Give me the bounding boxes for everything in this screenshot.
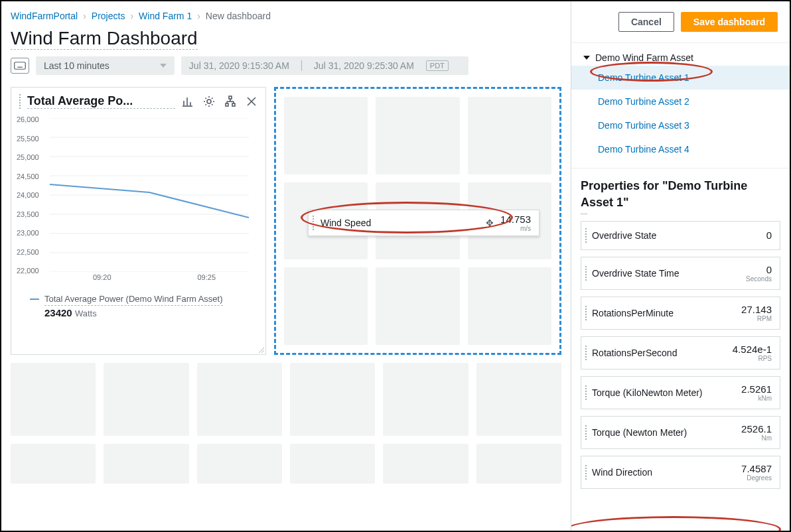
property-name: Torque (Newton Meter) (592, 427, 736, 438)
drag-handle-icon[interactable] (585, 346, 587, 360)
line-chart: 26,000 25,500 25,000 24,500 24,000 23,50… (11, 115, 265, 288)
grid-cell[interactable] (290, 363, 375, 436)
grid-cell[interactable] (468, 267, 551, 345)
properties-panel: Properties for "Demo Turbine Asset 1" Ov… (571, 168, 790, 531)
property-row[interactable]: Overdrive State Time0Seconds (581, 257, 780, 290)
property-row[interactable]: Wind Direction7.4587Degrees (581, 456, 780, 489)
annotation-circle (571, 516, 781, 531)
svg-rect-13 (232, 103, 235, 106)
grid-cell[interactable] (383, 363, 468, 436)
tree-root[interactable]: Demo Wind Farm Asset (571, 50, 790, 66)
range-absolute[interactable]: Jul 31, 2020 9:15:30 AM Jul 31, 2020 9:2… (181, 56, 468, 75)
breadcrumb-link[interactable]: WindFarmPortal (11, 11, 78, 21)
grid-cell[interactable] (383, 444, 468, 484)
property-unit: RPM (741, 316, 772, 322)
drag-handle-icon[interactable] (585, 425, 587, 440)
tree-root-label: Demo Wind Farm Asset (595, 52, 693, 63)
grid-cell[interactable] (476, 363, 561, 436)
property-value: 27.143 (741, 304, 772, 315)
page-title[interactable]: Wind Farm Dashboard (11, 28, 198, 50)
property-unit: Degrees (741, 475, 772, 482)
breadcrumb-link[interactable]: Wind Farm 1 (139, 11, 192, 21)
breadcrumb-link[interactable]: Projects (92, 11, 125, 21)
keyboard-icon[interactable] (11, 58, 29, 74)
drag-prop-value: 14.753 (500, 214, 531, 225)
property-row[interactable]: Torque (KiloNewton Meter)2.5261kNm (581, 376, 780, 409)
property-name: Overdrive State (592, 230, 761, 241)
dragging-property-chip[interactable]: Wind Speed ✥ 14.753m/s (308, 210, 539, 236)
property-unit: Seconds (746, 276, 772, 283)
property-name: RotationsPerSecond (592, 348, 727, 358)
drag-handle-icon[interactable] (313, 216, 314, 230)
drag-prop-name: Wind Speed (321, 218, 479, 228)
drag-handle-icon[interactable] (585, 266, 587, 281)
cancel-button[interactable]: Cancel (618, 12, 674, 32)
grid-cell[interactable] (468, 97, 551, 174)
property-unit: Nm (741, 435, 772, 442)
property-name: Torque (KiloNewton Meter) (592, 387, 736, 398)
svg-line-29 (259, 348, 264, 353)
drop-target-grid[interactable]: Wind Speed ✥ 14.753m/s (274, 87, 561, 355)
property-row[interactable]: Torque (Newton Meter)2526.1Nm (581, 416, 780, 449)
hierarchy-icon[interactable] (224, 96, 236, 107)
widget-title[interactable]: Total Average Po... (27, 94, 175, 109)
property-value: 4.524e-1 (733, 344, 772, 355)
grid-cell[interactable] (284, 97, 368, 174)
breadcrumb: WindFarmPortal › Projects › Wind Farm 1 … (11, 11, 561, 21)
time-range-bar: Last 10 minutes Jul 31, 2020 9:15:30 AM … (11, 56, 561, 75)
grid-cell[interactable] (11, 444, 96, 484)
grid-cell[interactable] (476, 444, 561, 484)
grid-cell[interactable] (104, 444, 188, 484)
drag-handle-icon[interactable] (585, 385, 587, 400)
breadcrumb-current: New dashboard (206, 11, 271, 21)
property-row[interactable]: RotationsPerMinute27.143RPM (581, 297, 780, 330)
chevron-right-icon: › (130, 11, 133, 21)
properties-heading: Properties for "Demo Turbine Asset 1" (581, 178, 780, 211)
caret-down-icon (583, 56, 590, 60)
grid-cell[interactable] (197, 363, 282, 436)
save-dashboard-button[interactable]: Save dashboard (681, 12, 778, 32)
grid-cell[interactable] (104, 363, 188, 436)
property-row[interactable]: RotationsPerSecond4.524e-1RPS (581, 336, 780, 369)
range-preset-dropdown[interactable]: Last 10 minutes (36, 56, 175, 75)
caret-down-icon (160, 64, 167, 68)
grid-cell[interactable] (11, 363, 96, 436)
close-icon[interactable] (246, 96, 257, 107)
legend-series-name: Total Average Power (Demo Wind Farm Asse… (44, 293, 223, 306)
property-value: 0 (766, 230, 772, 241)
grid-cell[interactable] (376, 267, 459, 345)
drag-handle-icon[interactable] (585, 228, 587, 243)
chart-type-icon[interactable] (182, 96, 194, 107)
drag-handle-icon[interactable] (585, 465, 587, 480)
chart-widget[interactable]: Total Average Po... 26,000 25,500 25,000… (11, 87, 266, 355)
property-unit: kNm (741, 395, 772, 402)
tree-item[interactable]: Demo Turbine Asset 3 (571, 113, 790, 137)
tree-item[interactable]: Demo Turbine Asset 4 (571, 137, 790, 161)
drag-handle-icon[interactable] (585, 306, 587, 320)
property-name: Wind Direction (592, 467, 736, 478)
series-color-icon (30, 299, 39, 300)
grid-cell[interactable] (197, 444, 282, 484)
range-preset-label: Last 10 minutes (44, 60, 109, 71)
asset-tree: Demo Wind Farm Asset Demo Turbine Asset … (571, 43, 790, 168)
grid-cell[interactable] (376, 97, 459, 174)
svg-line-30 (261, 350, 264, 353)
tree-item[interactable]: Demo Turbine Asset 2 (571, 90, 790, 113)
property-value: 2.5261 (741, 383, 772, 395)
property-row[interactable]: Overdrive State0 (581, 221, 780, 250)
svg-rect-0 (15, 62, 26, 70)
gear-icon[interactable] (203, 96, 215, 107)
svg-rect-12 (226, 103, 228, 106)
range-start: Jul 31, 2020 9:15:30 AM (189, 60, 289, 71)
grid-cell[interactable] (290, 444, 375, 484)
resize-handle-icon[interactable] (257, 346, 264, 353)
svg-rect-11 (229, 96, 232, 99)
chart-legend: Total Average Power (Demo Wind Farm Asse… (11, 288, 265, 330)
tree-item[interactable]: Demo Turbine Asset 1 (571, 66, 790, 90)
svg-point-10 (207, 100, 211, 103)
move-cursor-icon: ✥ (486, 218, 494, 228)
grid-cell[interactable] (284, 267, 368, 345)
property-unit: RPS (733, 356, 772, 362)
timezone-badge: PDT (426, 60, 449, 71)
drag-handle-icon[interactable] (19, 94, 21, 109)
